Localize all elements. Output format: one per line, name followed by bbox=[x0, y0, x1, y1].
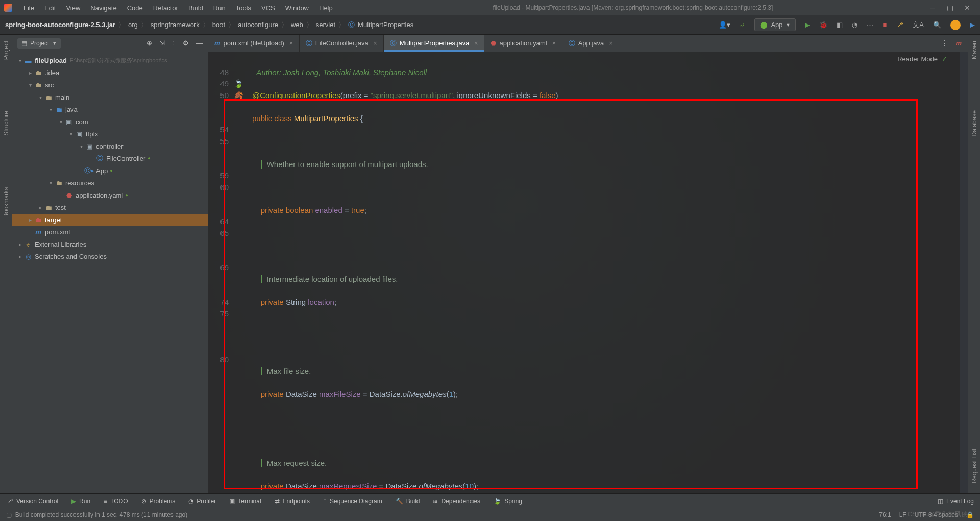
tab-pom.xml (fileUpload)[interactable]: mpom.xml (fileUpload)× bbox=[208, 35, 300, 52]
tab-application.yaml[interactable]: ⬣application.yaml× bbox=[484, 35, 562, 52]
rail-structure[interactable]: Structure bbox=[3, 111, 10, 136]
tree-item-App[interactable]: Ⓒ▸App● bbox=[12, 164, 208, 177]
run-icon[interactable]: ▶ bbox=[805, 21, 810, 29]
bt-profiler[interactable]: ◔ Profiler bbox=[188, 498, 216, 505]
maven-tool-icon[interactable]: m bbox=[955, 39, 962, 47]
bt-todo[interactable]: ≡ TODO bbox=[104, 498, 128, 505]
tree-item-src[interactable]: ▾🖿src bbox=[12, 79, 208, 91]
code-editor[interactable]: Reader Mode✓ 484950 5455 5960 6465 69 74… bbox=[208, 52, 968, 493]
close-tab-icon[interactable]: × bbox=[374, 40, 377, 47]
stop-icon[interactable]: ■ bbox=[883, 21, 887, 29]
status-icon[interactable]: ▢ bbox=[6, 511, 12, 518]
tree-scratch[interactable]: ▸◎Scratches and Consoles bbox=[12, 250, 208, 263]
tree-item-pom.xml[interactable]: mpom.xml bbox=[12, 226, 208, 238]
menu-vcs[interactable]: VCS bbox=[257, 2, 279, 14]
menu-code[interactable]: Code bbox=[123, 2, 147, 14]
breadcrumb-item[interactable]: boot bbox=[212, 21, 225, 29]
search-icon[interactable]: 🔍 bbox=[933, 21, 941, 29]
menu-refactor[interactable]: Refactor bbox=[149, 2, 182, 14]
ide-update-icon[interactable]: ▶ bbox=[970, 21, 975, 29]
chevron-down-icon: ▼ bbox=[52, 41, 57, 46]
bt-eventlog[interactable]: ◫ Event Log bbox=[938, 498, 974, 505]
tree-item-ttpfx[interactable]: ▾▣ttpfx bbox=[12, 128, 208, 140]
menu-build[interactable]: Build bbox=[184, 2, 207, 14]
user-icon[interactable]: 👤▾ bbox=[719, 21, 730, 29]
git-icon[interactable]: ⎇ bbox=[896, 21, 903, 29]
menu-tools[interactable]: Tools bbox=[232, 2, 255, 14]
select-opened-icon[interactable]: ⊕ bbox=[146, 39, 152, 47]
tree-item-com[interactable]: ▾▣com bbox=[12, 115, 208, 128]
rail-bookmarks[interactable]: Bookmarks bbox=[3, 187, 10, 218]
tree-item-FileController[interactable]: ⒸFileController● bbox=[12, 152, 208, 164]
gear-icon[interactable]: ⚙ bbox=[183, 39, 189, 47]
tabs-dropdown-icon[interactable]: ⋮ bbox=[940, 38, 948, 48]
close-tab-icon[interactable]: × bbox=[609, 40, 612, 47]
maximize-icon[interactable]: ▢ bbox=[946, 4, 953, 11]
bt-terminal[interactable]: ▣ Terminal bbox=[229, 498, 261, 505]
bt-endpoints[interactable]: ⇄ Endpoints bbox=[275, 498, 310, 505]
tree-item-application.yaml[interactable]: ⬣application.yaml● bbox=[12, 189, 208, 201]
coverage-icon[interactable]: ◧ bbox=[837, 21, 843, 29]
bt-problems[interactable]: ⊘ Problems bbox=[141, 498, 176, 505]
close-tab-icon[interactable]: × bbox=[289, 40, 293, 47]
code-content[interactable]: Author: Josh Long, Toshiaki Maki, Stepha… bbox=[252, 52, 960, 493]
menu-view[interactable]: View bbox=[62, 2, 84, 14]
error-stripe[interactable] bbox=[960, 52, 968, 493]
bt-sequence[interactable]: ⎍ Sequence Diagram bbox=[323, 498, 382, 505]
run-config-combo[interactable]: ⬤ App ▼ bbox=[754, 18, 796, 31]
bt-build[interactable]: 🔨 Build bbox=[396, 498, 420, 505]
breadcrumb-item[interactable]: web bbox=[291, 21, 303, 29]
breadcrumb-item[interactable]: org bbox=[128, 21, 138, 29]
tree-item-controller[interactable]: ▾▣controller bbox=[12, 140, 208, 152]
breadcrumb-item[interactable]: servlet bbox=[316, 21, 335, 29]
class-icon: Ⓒ bbox=[390, 39, 397, 48]
bt-vcs[interactable]: ⎇ Version Control bbox=[6, 498, 58, 505]
tree-item-target[interactable]: ▸🖿target bbox=[12, 214, 208, 226]
expand-icon[interactable]: ⇲ bbox=[159, 39, 165, 47]
translate-icon[interactable]: 文A bbox=[913, 20, 924, 30]
attach-icon[interactable]: ⋯ bbox=[867, 21, 873, 29]
menu-help[interactable]: Help bbox=[315, 2, 337, 14]
bt-spring[interactable]: 🍃 Spring bbox=[494, 498, 522, 505]
collapse-icon[interactable]: ÷ bbox=[172, 39, 176, 47]
tree-item-resources[interactable]: ▾🖿resources bbox=[12, 177, 208, 189]
breadcrumb-item[interactable]: spring-boot-autoconfigure-2.5.3.jar bbox=[5, 21, 115, 29]
rail-maven[interactable]: Maven bbox=[971, 41, 978, 59]
menu-file[interactable]: File bbox=[19, 2, 38, 14]
tab-App.java[interactable]: ⒸApp.java× bbox=[562, 35, 620, 52]
close-tab-icon[interactable]: × bbox=[474, 40, 478, 47]
bt-run[interactable]: ▶ Run bbox=[71, 498, 90, 505]
tab-MultipartProperties.java[interactable]: ⒸMultipartProperties.java× bbox=[384, 35, 485, 52]
tree-item-.idea[interactable]: ▸🖿.idea bbox=[12, 66, 208, 79]
tree-ext-lib[interactable]: ▸⎀External Libraries bbox=[12, 238, 208, 250]
bean-icon[interactable]: 🍃🍂 bbox=[234, 78, 252, 101]
profile-icon[interactable]: ◔ bbox=[852, 21, 857, 29]
avatar-icon[interactable] bbox=[950, 20, 961, 30]
caret-position[interactable]: 76:1 bbox=[879, 511, 891, 518]
tree-item-test[interactable]: ▸🖿test bbox=[12, 201, 208, 214]
menu-window[interactable]: Window bbox=[281, 2, 313, 14]
project-view-combo[interactable]: ▤ Project ▼ bbox=[17, 38, 61, 49]
debug-icon[interactable]: 🐞 bbox=[819, 21, 827, 29]
breadcrumb-item[interactable]: autoconfigure bbox=[238, 21, 278, 29]
breadcrumb-item[interactable]: MultipartProperties bbox=[358, 21, 413, 29]
tree-item-java[interactable]: ▾🖿java bbox=[12, 103, 208, 115]
rail-project[interactable]: Project bbox=[3, 41, 10, 60]
project-view-label: Project bbox=[30, 40, 49, 47]
breadcrumb-item[interactable]: springframework bbox=[151, 21, 200, 29]
hide-icon[interactable]: — bbox=[196, 39, 203, 47]
close-icon[interactable]: ✕ bbox=[964, 4, 971, 11]
menu-navigate[interactable]: Navigate bbox=[86, 2, 120, 14]
tab-FileController.java[interactable]: ⒸFileController.java× bbox=[300, 35, 384, 52]
minimize-icon[interactable]: ─ bbox=[929, 4, 936, 11]
menu-edit[interactable]: Edit bbox=[40, 2, 60, 14]
tree-item-main[interactable]: ▾🖿main bbox=[12, 91, 208, 103]
bt-deps[interactable]: ≋ Dependencies bbox=[433, 498, 480, 505]
close-tab-icon[interactable]: × bbox=[552, 40, 556, 47]
rail-request[interactable]: Request List bbox=[971, 449, 978, 483]
menu-run[interactable]: Run bbox=[209, 2, 230, 14]
line-separator[interactable]: LF bbox=[899, 511, 906, 518]
rail-database[interactable]: Database bbox=[971, 110, 978, 136]
tree-root[interactable]: ▾▬ fileUpload E:\hsp培训\分布式微服务\springboot… bbox=[12, 54, 208, 66]
build-icon[interactable]: ⤾ bbox=[740, 21, 745, 29]
